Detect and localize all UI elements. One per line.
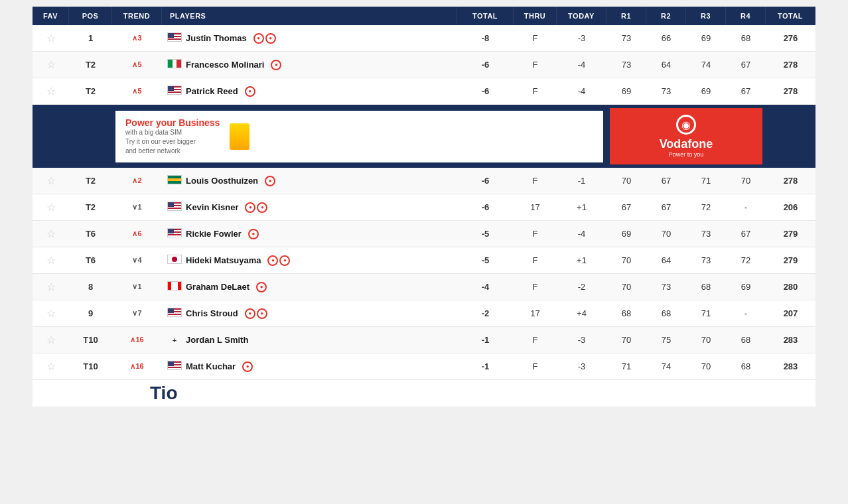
player-name-cell: Patrick Reed ●	[162, 79, 457, 103]
circle-icon: ●	[253, 33, 264, 44]
player-today: +4	[557, 302, 606, 325]
player-name[interactable]: Kevin Kisner	[186, 202, 238, 212]
player-name[interactable]: Hideki Matsuyama	[186, 255, 261, 265]
player-today: -4	[557, 222, 606, 245]
player-fav[interactable]: ☆	[33, 168, 69, 194]
leaderboard: FAV POS TREND PLAYERS TOTAL THRU TODAY R…	[33, 7, 815, 407]
player-r4: 67	[726, 53, 766, 76]
header-today: TODAY	[557, 7, 606, 25]
table-row: ☆ 1 ∧3 Justin Thomas ●● -8 F -3 73 66 69…	[33, 25, 815, 52]
player-icons: ●	[256, 282, 267, 292]
circle-icon: ●	[271, 60, 281, 70]
player-name[interactable]: Patrick Reed	[186, 86, 238, 96]
circle-icon: ●	[265, 176, 275, 186]
player-name-cell: Kevin Kisner ●●	[162, 195, 457, 220]
player-fav[interactable]: ☆	[33, 353, 69, 379]
circle-icon: ●	[248, 229, 259, 239]
player-r2: 67	[646, 169, 686, 192]
player-name[interactable]: Rickie Fowler	[186, 229, 242, 239]
player-pos: T6	[69, 222, 112, 245]
player-name[interactable]: Justin Thomas	[186, 33, 247, 43]
player-name[interactable]: Chris Stroud	[186, 308, 238, 318]
player-thru: F	[514, 169, 557, 192]
ad-text: Power your Business with a big data SIM …	[125, 117, 220, 156]
player-r4: -	[726, 196, 766, 219]
player-r4: 69	[726, 275, 766, 298]
ad-sim-image	[230, 123, 249, 150]
ad-vodafone[interactable]: ◉ Vodafone Power to you	[610, 108, 762, 164]
player-fav[interactable]: ☆	[33, 194, 69, 220]
player-total: -6	[457, 53, 514, 76]
player-r2: 68	[646, 302, 686, 325]
player-name-cell: Matt Kuchar ●	[162, 354, 457, 379]
player-flag	[167, 362, 182, 372]
player-flag	[167, 176, 182, 186]
player-fav[interactable]: ☆	[33, 300, 69, 326]
circle-icon: ●	[245, 86, 255, 97]
player-r3: 69	[686, 27, 726, 50]
table-row: ☆ T2 ∧5 Francesco Molinari ● -6 F -4 73 …	[33, 52, 815, 78]
player-name[interactable]: Graham DeLaet	[186, 282, 249, 292]
player-thru: F	[514, 80, 557, 103]
player-r2: 64	[646, 53, 686, 76]
ad-line2: Try it on our ever bigger	[125, 137, 220, 147]
player-fav[interactable]: ☆	[33, 52, 69, 78]
player-trend: ∧16	[112, 355, 162, 377]
circle-icon: ●	[245, 308, 255, 319]
player-thru: F	[514, 27, 557, 50]
player-flag-wrapper	[167, 202, 182, 213]
ad-content[interactable]: Power your Business with a big data SIM …	[115, 111, 603, 162]
player-thru: 17	[514, 302, 557, 325]
player-r4: 67	[726, 222, 766, 245]
player-pos: 9	[69, 302, 112, 325]
player-total-score: 280	[766, 275, 815, 298]
player-r1: 67	[606, 196, 646, 219]
table-row: ☆ T2 ∧2 Louis Oosthuizen ● -6 F -1 70 67…	[33, 168, 815, 194]
player-icons: ●●	[245, 202, 267, 213]
vodafone-tagline: Power to you	[669, 151, 704, 158]
player-fav[interactable]: ☆	[33, 221, 69, 247]
player-name[interactable]: Francesco Molinari	[186, 60, 264, 70]
player-total-score: 278	[766, 53, 815, 76]
player-r3: 73	[686, 222, 726, 245]
player-r4: 72	[726, 249, 766, 272]
player-total: -4	[457, 275, 514, 298]
player-fav[interactable]: ☆	[33, 78, 69, 104]
circle-icon: ●	[265, 33, 276, 44]
player-r4: 67	[726, 80, 766, 103]
vodafone-circle-icon: ◉	[676, 115, 696, 135]
circle-icon: ●	[257, 202, 267, 213]
ad-line1: with a big data SIM	[125, 128, 220, 137]
player-r2: 66	[646, 27, 686, 50]
circle-icon: ●	[245, 202, 255, 213]
player-icons: ●●	[253, 33, 276, 44]
header-r3: R3	[686, 7, 726, 25]
player-name[interactable]: Matt Kuchar	[186, 361, 236, 371]
player-name[interactable]: Louis Oosthuizen	[186, 176, 258, 186]
player-thru: F	[514, 275, 557, 298]
player-flag-wrapper	[167, 32, 182, 44]
player-trend: ∧5	[112, 80, 162, 102]
player-total-score: 283	[766, 328, 815, 351]
player-r1: 73	[606, 53, 646, 76]
player-pos: T2	[69, 80, 112, 103]
player-name[interactable]: Jordan L Smith	[186, 335, 248, 345]
player-r1: 73	[606, 27, 646, 50]
table-row: ☆ T10 ∧16 + Jordan L Smith -1 F -3 70 75…	[33, 327, 815, 353]
player-r4: 68	[726, 328, 766, 351]
partial-bottom: Tio	[33, 380, 815, 407]
player-r2: 67	[646, 196, 686, 219]
table-row: ☆ T2 ∨1 Kevin Kisner ●● -6 17 +1 67 67 7…	[33, 194, 815, 221]
circle-icon: ●	[256, 282, 267, 292]
player-pos: T6	[69, 249, 112, 272]
player-r2: 64	[646, 249, 686, 272]
tio-text: Tio	[150, 383, 177, 404]
player-fav[interactable]: ☆	[33, 25, 69, 51]
player-fav[interactable]: ☆	[33, 247, 69, 273]
advertisement-row: Power your Business with a big data SIM …	[33, 105, 815, 168]
header-total1: TOTAL	[457, 7, 514, 25]
player-fav[interactable]: ☆	[33, 327, 69, 353]
player-fav[interactable]: ☆	[33, 274, 69, 300]
player-r1: 69	[606, 80, 646, 103]
header-thru: THRU	[514, 7, 557, 25]
